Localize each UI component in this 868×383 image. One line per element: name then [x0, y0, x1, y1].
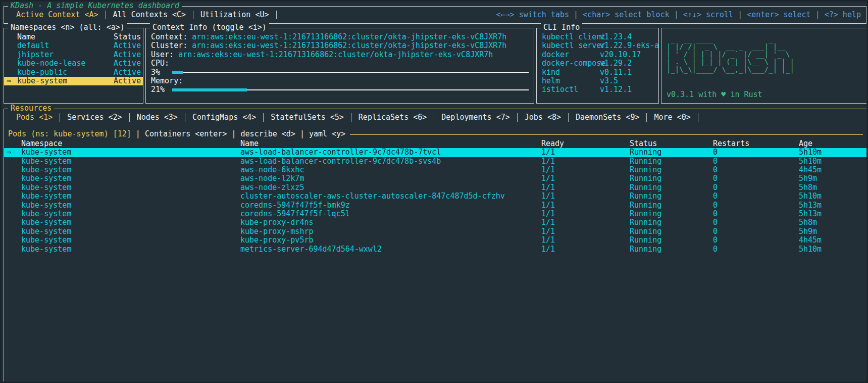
pod-ready: 1/1: [541, 227, 630, 236]
resource-tab[interactable]: Jobs <8>: [518, 113, 568, 122]
pod-status: Running: [630, 192, 713, 201]
pod-row[interactable]: ⇒ kube-system kube-proxy-dr4ns 1/1 Runni…: [4, 218, 867, 227]
pods-title-rule: [350, 134, 863, 135]
cli-item-name: kind: [542, 68, 600, 77]
memory-label: Memory:: [151, 77, 529, 85]
pod-status: Running: [630, 236, 713, 245]
context-info-title: Context Info (toggle <i>): [150, 23, 269, 32]
resource-tab[interactable]: ReplicaSets <6>: [351, 113, 434, 122]
namespace-row[interactable]: ⇒ kube-public Active: [4, 68, 143, 77]
cli-item-name: kubectl server: [542, 41, 600, 50]
pod-name: aws-load-balancer-controller-9c7dc478b-s…: [240, 157, 541, 166]
pod-restarts: 0: [713, 227, 799, 236]
pod-namespace: kube-system: [21, 227, 240, 236]
pod-row[interactable]: ⇒ kube-system kube-proxy-mshrp 1/1 Runni…: [4, 227, 867, 236]
cpu-gauge-bar: [172, 68, 529, 77]
keybind-help: <←→> switch tabs | <char> select block |…: [496, 11, 861, 19]
pod-row[interactable]: ⇒ kube-system aws-node-6kxhc 1/1 Running…: [4, 166, 867, 174]
pod-row[interactable]: ⇒ kube-system cluster-autoscaler-aws-clu…: [4, 192, 867, 201]
namespace-row[interactable]: ⇒ kube-system Active: [4, 77, 143, 85]
resource-tab[interactable]: Pods <1>: [9, 113, 60, 122]
pod-name: aws-load-balancer-controller-9c7dc478b-7…: [240, 148, 541, 157]
main-tab[interactable]: Active Context <A>: [9, 11, 106, 19]
pods-rows: ⇒ kube-system aws-load-balancer-controll…: [4, 148, 867, 254]
resource-tab[interactable]: Services <2>: [60, 113, 129, 122]
cli-item-version: v3.5: [600, 76, 618, 85]
pod-restarts: 0: [713, 148, 799, 157]
pod-status: Running: [630, 157, 713, 166]
context-field-value: arn:aws:eks:eu-west-1:216713166862:clust…: [192, 41, 506, 50]
cli-item: istioctlv1.12.1: [542, 85, 658, 94]
pod-namespace: kube-system: [21, 218, 240, 227]
context-info-panel: Context Info (toggle <i>) Context: arn:a…: [145, 28, 534, 104]
namespaces-header-status: Status: [114, 33, 143, 41]
pod-ready: 1/1: [541, 148, 630, 157]
context-info-body: Context: arn:aws:eks:eu-west-1:216713166…: [146, 28, 534, 94]
pod-row[interactable]: ⇒ kube-system aws-node-l2k7m 1/1 Running…: [4, 174, 867, 183]
pod-name: aws-node-zlxz5: [240, 183, 541, 192]
pod-ready: 1/1: [541, 174, 630, 183]
pod-ready: 1/1: [541, 201, 630, 210]
pod-age: 5h9m: [799, 227, 867, 236]
pod-restarts: 0: [713, 192, 799, 201]
context-field-value: arn:aws:eks:eu-west-1:216713166862:clust…: [192, 33, 506, 41]
namespace-row[interactable]: ⇒ jhipster Active: [4, 51, 143, 59]
pod-ready: 1/1: [541, 210, 630, 218]
pod-row[interactable]: ⇒ kube-system aws-load-balancer-controll…: [4, 148, 867, 157]
namespace-row[interactable]: ⇒ default Active: [4, 41, 143, 50]
resource-tab[interactable]: Deployments <7>: [434, 113, 517, 122]
resource-tab[interactable]: DaemonSets <9>: [569, 113, 646, 122]
cli-item-name: istioctl: [542, 85, 600, 94]
cpu-label: CPU:: [151, 59, 529, 68]
pod-age: 4h45m: [799, 236, 867, 245]
pod-ready: 1/1: [541, 236, 630, 245]
main-tab[interactable]: Utilization <U>: [193, 11, 276, 19]
cli-item-version: v20.10.17: [600, 50, 641, 59]
cli-info-title: CLI Info: [541, 23, 582, 32]
selection-arrow-icon: ⇒: [4, 77, 17, 85]
pods-actions-hint: | Containers <enter> | describe <d> | ya…: [136, 130, 345, 138]
resource-tab[interactable]: ConfigMaps <4>: [185, 113, 263, 122]
cli-item: kubectl clientv1.23.4: [542, 33, 658, 41]
pods-header-age: Age: [799, 139, 867, 148]
pod-row[interactable]: ⇒ kube-system aws-node-zlxz5 1/1 Running…: [4, 183, 867, 192]
namespace-name: jhipster: [17, 51, 114, 59]
main-tab[interactable]: All Contexts <C>: [106, 11, 193, 19]
pod-row[interactable]: ⇒ kube-system coredns-5947f47f5f-bmk9z 1…: [4, 201, 867, 210]
pod-row[interactable]: ⇒ kube-system kube-proxy-pv5rb 1/1 Runni…: [4, 236, 867, 245]
namespace-row[interactable]: ⇒ kube-node-lease Active: [4, 59, 143, 68]
namespace-status: Active: [114, 77, 143, 85]
pod-name: kube-proxy-dr4ns: [240, 218, 541, 227]
cli-item: kubectl serverv1.22.9-eks-a: [542, 41, 658, 50]
pod-row[interactable]: ⇒ kube-system aws-load-balancer-controll…: [4, 157, 867, 166]
pod-name: aws-node-l2k7m: [240, 174, 541, 183]
cli-item-version: v1.22.9-eks-a: [600, 41, 659, 50]
pod-namespace: kube-system: [21, 210, 240, 218]
pod-restarts: 0: [713, 166, 799, 174]
pod-name: coredns-5947f47f5f-bmk9z: [240, 201, 541, 210]
pod-row[interactable]: ⇒ kube-system metrics-server-694d47d564-…: [4, 245, 867, 254]
pods-header-ready: Ready: [541, 139, 630, 148]
pod-row[interactable]: ⇒ kube-system coredns-5947f47f5f-lqc5l 1…: [4, 210, 867, 218]
pod-restarts: 0: [713, 183, 799, 192]
namespace-status: Active: [114, 59, 143, 68]
resources-panel: Resources Pods <1> Services <2> Nodes <3…: [4, 109, 867, 382]
memory-gauge-fill: [172, 88, 247, 91]
namespaces-title: Namespaces <n> (all: <a>): [8, 23, 127, 32]
context-fields: Context: arn:aws:eks:eu-west-1:216713166…: [151, 33, 529, 59]
pod-status: Running: [630, 174, 713, 183]
pods-header-status: Status: [630, 139, 713, 148]
resource-tab[interactable]: More <0>: [647, 113, 697, 122]
resource-tab[interactable]: StatefulSets <5>: [264, 113, 351, 122]
resource-tab[interactable]: Nodes <3>: [130, 113, 185, 122]
context-field-label: Context:: [151, 33, 192, 41]
cli-item-name: kubectl client: [542, 33, 600, 41]
cli-item-version: v1.29.2: [600, 59, 632, 68]
pod-name: kube-proxy-pv5rb: [240, 236, 541, 245]
pod-age: 5h10m: [799, 148, 867, 157]
pod-restarts: 0: [713, 245, 799, 254]
pods-header-namespace: Namespace: [21, 139, 240, 148]
memory-gauge: 21%: [151, 85, 529, 94]
pod-age: 5h10m: [799, 192, 867, 201]
namespace-name: kube-node-lease: [17, 59, 114, 68]
